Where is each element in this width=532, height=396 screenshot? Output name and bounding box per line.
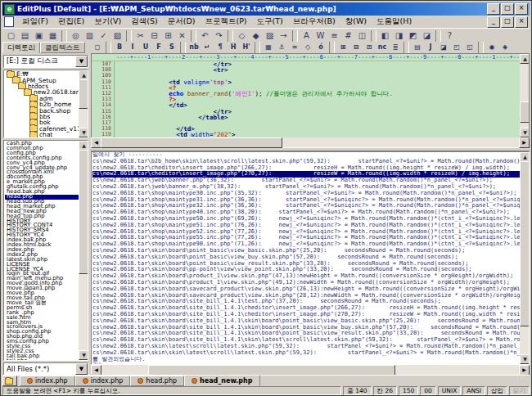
output-scroll-thumb[interactable] [520, 161, 530, 326]
code-view[interactable]: 107 </tr>108 <tr>109110 <td valign='top'… [92, 61, 520, 137]
scroll-up-icon[interactable]: ▲ [520, 54, 530, 64]
output-line[interactable]: cs\new2.0618.tar\skin\skin\latest\scroll… [92, 350, 520, 357]
document-tab-head_new.php[interactable]: head_new.php [184, 375, 259, 386]
help-icon[interactable]: ? [443, 29, 457, 42]
special-char-icon[interactable]: # [341, 29, 355, 42]
paragraph-icon[interactable]: ¶ [214, 43, 227, 52]
scroll-down-icon[interactable]: ▼ [79, 128, 88, 137]
indent-icon[interactable]: → [277, 29, 291, 42]
drive-selector[interactable]: [E:] 로컬 디스크 ▼ [3, 55, 88, 68]
menu-item-검색(S)[interactable]: 검색(S) [126, 16, 162, 28]
menu-item-프로젝트(P)[interactable]: 프로젝트(P) [200, 16, 251, 28]
italic-icon[interactable]: I [126, 43, 139, 52]
table-row-icon[interactable]: ⊟ [349, 43, 363, 52]
editor-scroll-thumb[interactable] [520, 101, 530, 123]
chevron-down-icon[interactable]: ▼ [75, 363, 88, 375]
minimize-button[interactable]: _ [487, 3, 500, 15]
undo-icon[interactable]: ↶ [198, 29, 212, 42]
style-icon[interactable]: ◪ [437, 43, 450, 52]
output-line[interactable]: 를 발견되었습니다. [92, 357, 520, 363]
font-icon[interactable]: A [300, 29, 313, 42]
word-wrap-icon[interactable]: W [313, 29, 327, 42]
scroll-down-icon[interactable]: ▼ [520, 354, 530, 364]
browser-icon[interactable]: ◉ [485, 43, 498, 52]
open-icon[interactable]: ▤ [18, 29, 32, 42]
view-icon[interactable]: ◈ [498, 43, 512, 52]
menu-item-파일(F)[interactable]: 파일(F) [17, 16, 53, 28]
cut-icon[interactable]: ✂ [133, 29, 147, 42]
window-cascade-icon[interactable]: ◩ [406, 29, 420, 42]
fullscreen-icon[interactable]: ◪ [420, 29, 434, 42]
tree-scroll-thumb[interactable] [79, 79, 88, 109]
tab-cliptext[interactable]: 클립텍스트 [40, 42, 85, 53]
tree-item-chat[interactable]: chat [5, 132, 79, 137]
menu-item-편집(E)[interactable]: 편집(E) [53, 16, 89, 28]
table-icon[interactable]: ⊞ [336, 43, 349, 52]
table-header-icon[interactable]: ⊡ [363, 43, 376, 52]
document-tab-index.php[interactable]: index.php [20, 376, 75, 386]
delete-icon[interactable]: ✕ [175, 29, 189, 42]
menu-item-브라우저(B)[interactable]: 브라우저(B) [288, 16, 340, 28]
html-tag-icon[interactable]: ◻ [91, 43, 104, 52]
heading2-icon[interactable]: H' [240, 43, 253, 52]
save-icon[interactable]: ▣ [32, 29, 46, 42]
maximize-button[interactable]: □ [501, 3, 514, 15]
list-icon[interactable]: ≣ [389, 43, 402, 52]
underline-icon[interactable]: U [139, 43, 152, 52]
scroll-right-icon[interactable]: ▶ [519, 137, 530, 148]
editor-hscroll-thumb[interactable] [101, 137, 282, 148]
new-document-icon[interactable]: ▢ [4, 29, 18, 42]
menu-item-창(W)[interactable]: 창(W) [340, 16, 372, 28]
hr-icon[interactable]: = [288, 43, 301, 52]
output-vertical-scrollbar[interactable]: ▲ ▼ [520, 152, 529, 364]
editor-horizontal-scrollbar[interactable]: ◀ ▶ [91, 137, 530, 147]
bold-icon[interactable]: B [113, 43, 126, 52]
code-line[interactable]: 116 </table> [92, 115, 520, 120]
java-icon[interactable]: J [424, 43, 437, 52]
nowrap-icon[interactable]: nc [376, 43, 389, 52]
print-icon[interactable]: ▥ [83, 29, 97, 42]
output-line[interactable]: 기) [92, 362, 520, 364]
code-line[interactable]: 108 <tr> [92, 67, 520, 73]
tab-directory[interactable]: 디렉토리 [2, 42, 40, 53]
mdi-minimize-button[interactable]: _ [487, 16, 500, 28]
bookmark-icon[interactable]: ◆ [249, 29, 263, 42]
scroll-down-icon[interactable]: ▼ [520, 128, 530, 137]
div-icon[interactable]: ◱ [463, 43, 476, 52]
menu-item-문서(D)[interactable]: 문서(D) [163, 16, 201, 28]
find-icon[interactable]: ◇ [235, 29, 249, 42]
close-button[interactable]: × [515, 3, 528, 15]
document-tab-index.php[interactable]: index.php [75, 376, 131, 386]
document-map-icon[interactable]: ▨ [263, 29, 277, 42]
save-all-icon[interactable]: ▦ [46, 29, 60, 42]
window-horizontal-icon[interactable]: ◧ [378, 29, 392, 42]
tree-vertical-scrollbar[interactable]: ▲ ▼ [79, 70, 88, 137]
mdi-close-button[interactable]: × [515, 16, 528, 28]
file-item-tail.php[interactable]: tail.php [5, 359, 79, 361]
cliptext-icon[interactable]: ▧ [110, 29, 124, 42]
heading-icon[interactable]: H [227, 43, 240, 52]
anchor-icon[interactable]: ⚓ [275, 43, 288, 52]
script-icon[interactable]: ▤ [411, 43, 424, 52]
document-icon[interactable] [4, 16, 14, 27]
line-break-icon[interactable]: ↵ [201, 43, 214, 52]
comment-tag-icon[interactable]: ◇ [301, 43, 314, 52]
filelist-vertical-scrollbar[interactable]: ▲ ▼ [79, 141, 88, 360]
image-tag-icon[interactable]: ▦ [262, 43, 275, 52]
nbsp-icon[interactable]: nb [187, 43, 201, 52]
menu-item-도움말(H)[interactable]: 도움말(H) [372, 16, 417, 28]
filelist-scroll-thumb[interactable] [79, 150, 88, 274]
paste-icon[interactable]: ⊞ [161, 29, 175, 42]
scroll-down-icon[interactable]: ▼ [79, 350, 88, 360]
special-entity-icon[interactable]: ó [314, 43, 327, 52]
spell-check-icon[interactable]: ✓ [97, 29, 110, 42]
menu-item-보기(V)[interactable]: 보기(V) [89, 16, 126, 28]
strike-icon[interactable]: S [165, 43, 178, 52]
frame-icon[interactable]: ◰ [450, 43, 463, 52]
menu-item-도구(T)[interactable]: 도구(T) [252, 16, 288, 28]
editor-pane[interactable]: ----+----1----+----2----+----3----+----4… [91, 53, 530, 137]
print-preview-icon[interactable]: ◎ [69, 29, 83, 42]
line-number-icon[interactable]: ≡ [327, 29, 341, 42]
copy-icon[interactable]: ⊟ [147, 29, 161, 42]
preferences-icon[interactable]: ◫ [355, 29, 369, 42]
